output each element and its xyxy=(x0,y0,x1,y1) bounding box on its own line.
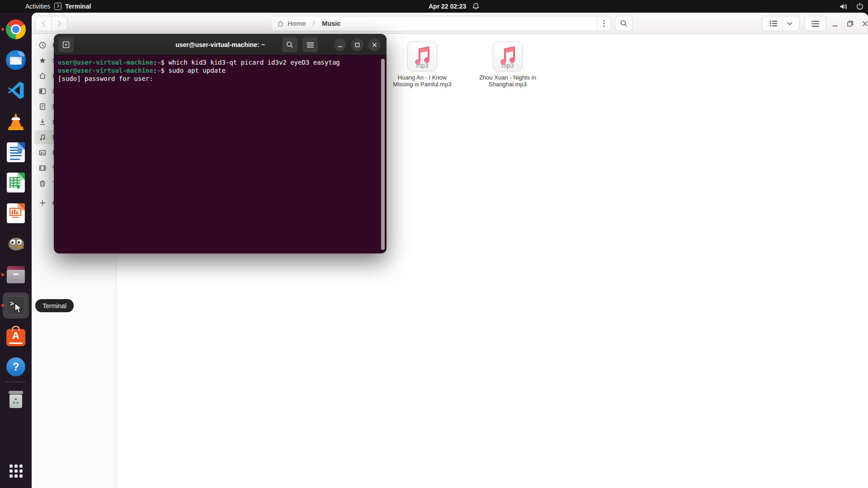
files-restore-button[interactable] xyxy=(844,16,857,31)
mp3-file-icon: mp3 xyxy=(493,42,523,71)
terminal-search-button[interactable] xyxy=(282,37,297,52)
activities-label: Activities xyxy=(25,3,50,10)
search-icon xyxy=(620,20,627,27)
terminal-headerbar: user@user-virtual-machine: ~ xyxy=(54,34,387,55)
dock-item-vscode[interactable] xyxy=(5,80,27,101)
trash-icon xyxy=(39,180,46,187)
plus-icon xyxy=(39,199,46,206)
terminal-maximize-button[interactable] xyxy=(351,38,363,51)
terminal-scrollbar[interactable] xyxy=(381,59,385,250)
mp3-file-icon: mp3 xyxy=(407,42,437,71)
breadcrumb-home-label: Home xyxy=(288,20,306,27)
minimize-icon xyxy=(338,42,343,47)
desktop: Home / Music xyxy=(0,0,868,488)
prompt-user: user@user-virtual-machine xyxy=(58,67,153,74)
file-item[interactable]: mp3 Zhou Xuan - Nights in Shanghai.mp3 xyxy=(472,42,544,88)
app-grid-button[interactable] xyxy=(5,460,27,482)
files-headerbar: Home / Music xyxy=(32,13,868,34)
dock-item-vlc[interactable] xyxy=(5,110,27,132)
terminal-close-button[interactable] xyxy=(368,38,381,51)
back-button[interactable] xyxy=(36,16,52,31)
running-indicator xyxy=(1,28,4,31)
prompt-path: ~ xyxy=(157,59,160,66)
mouse-cursor xyxy=(14,303,25,314)
hamburger-icon xyxy=(811,21,819,27)
dock-tooltip: Terminal xyxy=(35,299,74,312)
terminal-menu-button[interactable] xyxy=(302,37,318,52)
path-menu-button[interactable] xyxy=(597,16,611,31)
chrome-icon xyxy=(6,19,26,39)
list-view-icon xyxy=(769,20,778,27)
dock-item-libreoffice-writer[interactable] xyxy=(5,141,27,163)
chevron-down-icon xyxy=(787,22,793,25)
ubuntu-software-icon: A xyxy=(6,329,25,346)
clock-label: Apr 22 02:23 xyxy=(429,3,466,10)
file-item[interactable]: mp3 Huang An - I Know Missing is Painful… xyxy=(386,42,458,88)
command-text: which kid3 kid3-qt picard id3v2 eyeD3 ea… xyxy=(168,59,340,66)
forward-button[interactable] xyxy=(52,16,68,31)
hamburger-icon xyxy=(307,42,314,47)
terminal-line: [sudo] password for user: xyxy=(58,75,378,83)
home-icon xyxy=(277,20,284,27)
dock-item-trash[interactable] xyxy=(5,389,27,411)
download-icon xyxy=(39,118,46,126)
file-name: Huang An - I Know Missing is Painful.mp3 xyxy=(389,74,456,88)
search-button[interactable] xyxy=(615,16,633,31)
running-indicator xyxy=(1,304,4,307)
system-status-menu[interactable] xyxy=(840,0,863,13)
chevron-left-icon xyxy=(42,20,46,27)
film-icon xyxy=(39,164,46,172)
terminal-window: user@user-virtual-machine: ~ user@user-v… xyxy=(54,34,387,253)
prompt-path: ~ xyxy=(157,67,160,74)
thunderbird-icon xyxy=(6,50,26,70)
focused-app-menu[interactable]: Terminal xyxy=(54,0,91,13)
breadcrumb-current[interactable]: Music xyxy=(317,20,345,27)
breadcrumb-separator: / xyxy=(310,20,317,27)
dock-item-ubuntu-software[interactable]: A xyxy=(5,327,27,348)
volume-icon xyxy=(840,3,848,10)
prompt-dollar: $ xyxy=(161,67,169,74)
dock-item-libreoffice-calc[interactable] xyxy=(5,172,27,193)
dock-item-thunderbird[interactable] xyxy=(5,49,27,71)
view-toggle-button[interactable] xyxy=(762,16,800,31)
focused-app-label: Terminal xyxy=(65,3,91,10)
breadcrumb-home[interactable]: Home xyxy=(271,20,310,27)
recycle-icon xyxy=(12,397,20,404)
gimp-icon xyxy=(6,235,26,253)
writer-icon xyxy=(7,142,25,162)
nav-buttons xyxy=(35,16,68,31)
mp3-badge: mp3 xyxy=(408,62,437,69)
maximize-icon xyxy=(355,42,360,47)
terminal-line: user@user-virtual-machine:~$ sudo apt up… xyxy=(58,66,378,75)
dock-item-help[interactable]: ? xyxy=(5,356,27,378)
activities-button[interactable]: Activities xyxy=(22,0,54,13)
dock-divider xyxy=(6,382,26,382)
prompt-user: user@user-virtual-machine xyxy=(58,59,153,66)
kebab-icon xyxy=(603,20,605,27)
home-icon xyxy=(39,72,46,80)
terminal-minimize-button[interactable] xyxy=(334,38,346,51)
clock-menu[interactable]: Apr 22 02:23 xyxy=(429,0,479,13)
files-close-button[interactable] xyxy=(858,16,868,31)
divider xyxy=(782,16,783,31)
dock: >_ A ? xyxy=(0,13,32,488)
terminal-line: user@user-virtual-machine:~$ which kid3 … xyxy=(58,58,378,66)
vlc-icon xyxy=(6,112,26,130)
close-icon xyxy=(372,42,377,47)
help-icon: ? xyxy=(6,357,25,376)
dock-item-chrome[interactable] xyxy=(5,19,27,40)
notification-bell-icon xyxy=(472,3,479,10)
sudo-password-prompt: [sudo] password for user: xyxy=(58,75,153,82)
dock-item-libreoffice-impress[interactable] xyxy=(5,202,27,224)
running-indicator xyxy=(1,273,4,276)
dock-tooltip-label: Terminal xyxy=(42,302,66,310)
impress-icon xyxy=(7,203,25,223)
dock-item-gimp[interactable] xyxy=(5,233,27,255)
files-minimize-button[interactable] xyxy=(828,16,842,31)
main-menu-button[interactable] xyxy=(804,16,826,31)
dock-item-files[interactable] xyxy=(5,264,27,286)
trash-icon xyxy=(7,391,24,409)
terminal-output[interactable]: user@user-virtual-machine:~$ which kid3 … xyxy=(54,55,387,253)
prompt-colon: : xyxy=(153,59,157,66)
restore-icon xyxy=(847,20,854,27)
